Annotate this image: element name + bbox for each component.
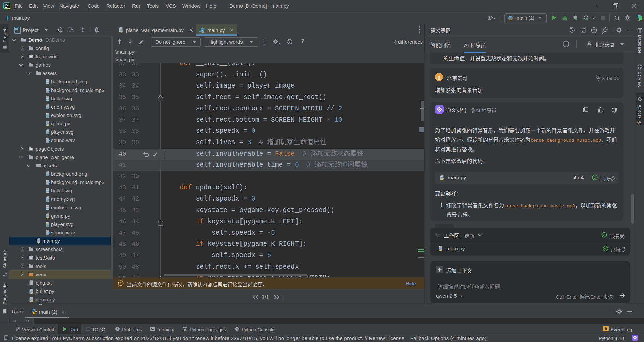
svg-text:1: 1 [289,40,290,43]
svg-text:?: ? [47,231,50,235]
svg-text:?: ? [47,139,50,143]
svg-text:?: ? [47,89,50,93]
svg-text:?: ? [47,181,50,185]
svg-text:?: ? [593,28,595,32]
